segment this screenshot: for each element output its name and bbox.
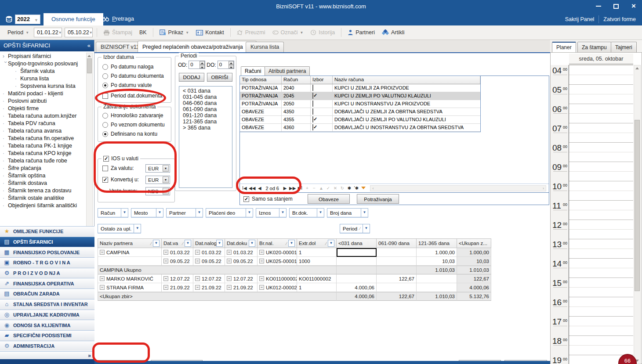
collapse-icon[interactable]: − bbox=[227, 259, 232, 263]
grid-cell-date[interactable]: −09.05.22 bbox=[162, 257, 193, 266]
grid-cell[interactable]: 4.000,06 bbox=[337, 292, 377, 301]
tab-tajmeri[interactable]: Tajmeri bbox=[611, 42, 637, 52]
filter-chip-broj-dana[interactable]: Broj dana▼ bbox=[327, 208, 368, 217]
chevron-down-icon[interactable]: ▼ bbox=[196, 209, 203, 217]
dodaj-button[interactable]: DODAJ bbox=[179, 73, 204, 82]
periodi-listbox[interactable]: < 031 dana031-045 dana046-060 dana061-09… bbox=[179, 86, 232, 188]
scroll-up-icon[interactable] bbox=[87, 55, 91, 57]
tree-item[interactable]: ·Sopstvena kursna lista bbox=[0, 83, 86, 90]
collapse-icon[interactable]: − bbox=[195, 259, 200, 263]
tree-item[interactable]: ›Propisani šifarnici bbox=[0, 53, 86, 60]
nav-edit-icon[interactable]: ▲ bbox=[318, 186, 324, 191]
grid-cell-date[interactable]: −12.07.22 bbox=[225, 274, 258, 283]
grid-cell[interactable]: 122,67 bbox=[377, 274, 417, 283]
preuzmi-button[interactable]: Preuzmi bbox=[235, 28, 268, 37]
grid-column-header[interactable]: Dat.nalog▼ bbox=[193, 238, 225, 248]
nav-goto-bookmark-icon[interactable]: '✱ bbox=[353, 186, 359, 191]
tab-atributi-partnera[interactable]: Atributi partnera bbox=[265, 66, 310, 76]
grid-cell-date[interactable]: −UK025-00001 bbox=[258, 257, 297, 266]
grid-cell[interactable]: 1.010,03 bbox=[457, 266, 491, 274]
obrisi-button[interactable]: OBRIŠI bbox=[207, 73, 232, 82]
grid-cell[interactable]: 1.010,03 bbox=[417, 266, 457, 274]
tree-item[interactable]: ·Tabela računa KPO knjige bbox=[0, 150, 86, 157]
tree-item[interactable]: ·Tabela PDV računa bbox=[0, 120, 86, 127]
grid-row[interactable]: −STRANA FIRMA−21.09.22−21.09.22−21.09.22… bbox=[98, 283, 491, 292]
grid-cell-date[interactable]: −21.09.22 bbox=[225, 283, 258, 292]
ostalo-za-upl-chip[interactable]: Ostalo za upl.▼ bbox=[98, 224, 141, 233]
grid-cell-extr[interactable]: 1 bbox=[297, 283, 337, 292]
tree-item[interactable]: ·Tabela računa autom.knjižer bbox=[0, 112, 86, 120]
tree-item[interactable]: ·Šifarnik valuta bbox=[0, 68, 86, 75]
oznaci-button[interactable]: Označi▼ bbox=[270, 28, 306, 37]
tree-item[interactable]: ›Spoljno-trgovinsko poslovanj bbox=[0, 60, 86, 68]
artikli-button[interactable]: Artikli bbox=[380, 28, 407, 37]
grid-cell-extr[interactable]: 1000 bbox=[297, 257, 337, 266]
filter-chip-br-dok-[interactable]: Br.dok.▼ bbox=[289, 208, 324, 217]
grid-cell[interactable] bbox=[337, 248, 377, 257]
collapse-icon[interactable]: − bbox=[259, 250, 264, 255]
collapse-icon[interactable]: − bbox=[227, 285, 232, 290]
tab-pretraga[interactable]: Pretraga bbox=[102, 15, 134, 22]
grid-cell[interactable]: 10,03 bbox=[457, 257, 491, 266]
chevron-down-icon[interactable]: ▼ bbox=[121, 209, 128, 217]
chevron-down-icon[interactable]: ▼ bbox=[249, 240, 255, 247]
planner-schedule[interactable] bbox=[569, 65, 633, 364]
checkbox-icon[interactable] bbox=[312, 93, 313, 99]
period-list-item[interactable]: 046-060 dana bbox=[179, 100, 232, 106]
grid-cell-partner[interactable]: −MARKO MARKOVIĆ bbox=[98, 274, 162, 283]
tab-pregled-neplacenih[interactable]: Pregled neplaćenih obaveza/potraživanja✕ bbox=[138, 41, 257, 52]
tree-item[interactable]: ·Tabela računa fin.operative bbox=[0, 135, 86, 142]
istorija-button[interactable]: Istorija bbox=[308, 28, 337, 37]
sidebar-menu-item[interactable]: ▤OBRAČUN ZARADA bbox=[0, 288, 94, 299]
spin-up-icon[interactable] bbox=[199, 61, 205, 65]
checkbox-icon[interactable] bbox=[243, 196, 249, 202]
radio-icon[interactable] bbox=[102, 64, 108, 70]
grid-column-header[interactable]: 121-365 dana bbox=[417, 238, 457, 248]
collapse-icon[interactable]: − bbox=[163, 250, 168, 255]
tab-za-stampu[interactable]: Za štampu bbox=[577, 42, 611, 52]
grid-column-header[interactable]: 061-090 dana bbox=[377, 238, 417, 248]
collapse-icon[interactable]: − bbox=[259, 259, 264, 263]
grid-cell-date[interactable]: −21.09.22 bbox=[162, 283, 193, 292]
tree-item[interactable]: ·Tabela računa avansa bbox=[0, 127, 86, 135]
sidebar-menu-item[interactable]: ▤OPŠTI ŠIFARNICI bbox=[0, 237, 94, 247]
radio-definisano-na-kontu[interactable]: Definisano na kontu bbox=[102, 131, 157, 137]
tree-item[interactable]: ·Poslovni atributi bbox=[0, 97, 86, 105]
radio-icon[interactable] bbox=[102, 122, 108, 128]
checkbox-icon[interactable] bbox=[312, 124, 313, 130]
chevron-down-icon[interactable]: ▼ bbox=[279, 209, 286, 217]
tree-item[interactable]: ·Objedinjeni šifarnik analitički bbox=[0, 202, 86, 209]
nav-insert-icon[interactable]: + bbox=[304, 186, 310, 191]
filter-chip-iznos[interactable]: Iznos▼ bbox=[256, 208, 287, 217]
collapse-icon[interactable]: − bbox=[163, 276, 168, 281]
grid-cell[interactable]: 5.132,76 bbox=[457, 292, 491, 301]
tree-item[interactable]: ·Kursna lista bbox=[0, 75, 86, 83]
radio-icon[interactable] bbox=[102, 73, 108, 79]
period-list-item[interactable]: 061-090 dana bbox=[179, 106, 232, 112]
tree-item[interactable]: ·Šifre plaćanja bbox=[0, 165, 86, 172]
stampaj-button[interactable]: Štampaj bbox=[101, 28, 134, 37]
close-icon[interactable]: × bbox=[630, 2, 638, 10]
checkbox-samo-sa-stanjem[interactable]: Samo sa stanjem bbox=[243, 196, 301, 202]
radio-po-veznom[interactable]: Po veznom dokumentu bbox=[102, 122, 165, 128]
chevron-down-icon[interactable]: ▼ bbox=[153, 240, 160, 247]
grid-row[interactable]: CAMPINA Ukupno1.010,031.010,03 bbox=[98, 266, 491, 274]
close-forms-button[interactable]: Zatvori forme bbox=[603, 16, 636, 22]
grid-cell[interactable]: 1.000,00 bbox=[417, 248, 457, 257]
grid-cell[interactable]: 10,03 bbox=[417, 257, 457, 266]
table-row[interactable]: OBAVEZE4350DOBAVLJAČI U ZEMLJI ZA OBRTNA… bbox=[240, 108, 480, 116]
grid-cell-date[interactable]: −01.03.22 bbox=[193, 248, 225, 257]
chevron-down-icon[interactable]: ▼ bbox=[134, 224, 141, 233]
minimize-icon[interactable] bbox=[595, 2, 602, 10]
scroll-thumb[interactable] bbox=[635, 120, 640, 291]
chevron-down-icon[interactable]: ▼ bbox=[216, 240, 223, 247]
grid-cell-date[interactable]: −UK012-00002 bbox=[258, 283, 297, 292]
collapse-icon[interactable]: − bbox=[100, 276, 105, 281]
radio-po-datumu-naloga[interactable]: Po datumu naloga bbox=[102, 64, 153, 70]
collapse-chevron-icon[interactable]: « bbox=[87, 42, 91, 49]
radio-icon[interactable] bbox=[102, 113, 108, 119]
checkbox-icon[interactable] bbox=[312, 85, 313, 91]
sidebar-menu-item[interactable]: ⌂STALNA SREDSTVA I INVENTAR bbox=[0, 299, 94, 310]
prikaz-button[interactable]: Prikaz▼ bbox=[157, 28, 192, 37]
grid-cell-date[interactable]: −21.09.22 bbox=[193, 283, 225, 292]
